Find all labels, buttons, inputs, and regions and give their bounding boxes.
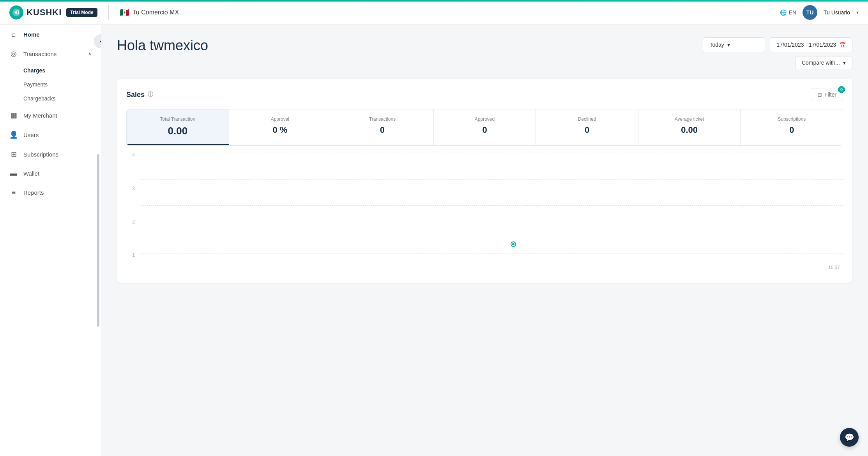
y-label-4: 4 bbox=[132, 153, 135, 158]
stat-approved-label: Approved bbox=[440, 116, 530, 122]
date-range-label: 17/01/2023 - 17/01/2023 bbox=[776, 42, 836, 48]
compare-label: Compare with... bbox=[802, 60, 840, 66]
stat-declined-value: 0 bbox=[542, 125, 632, 135]
sidebar-item-chargebacks[interactable]: Chargebacks bbox=[23, 92, 101, 106]
chart-gridline-3 bbox=[141, 179, 843, 180]
period-dropdown[interactable]: Today ▾ bbox=[703, 37, 765, 52]
trial-badge: Trial Mode bbox=[66, 8, 97, 17]
sales-header: Sales ⓘ ⊟ Filter 0 bbox=[126, 88, 843, 101]
stat-subscriptions-value: 0 bbox=[747, 125, 836, 135]
merchant-icon: ▦ bbox=[9, 111, 18, 120]
chart-gridline-2 bbox=[141, 205, 843, 206]
transactions-chevron-icon: ∧ bbox=[88, 51, 92, 56]
chart-time-label: 15:37 bbox=[828, 265, 840, 270]
stats-row: Total Transaction 0.00 Approval 0 % Tran… bbox=[126, 109, 843, 146]
stat-subscriptions-label: Subscriptions bbox=[747, 116, 836, 122]
wallet-icon: ▬ bbox=[9, 169, 18, 178]
stat-approved-value: 0 bbox=[440, 125, 530, 135]
commerce-info: 🇲🇽 Tu Comercio MX bbox=[120, 8, 179, 17]
header-controls: Today ▾ 17/01/2023 - 17/01/2023 📅 Compar… bbox=[703, 37, 852, 69]
commerce-name: Tu Comercio MX bbox=[133, 9, 179, 16]
chat-icon: 💬 bbox=[845, 433, 854, 442]
logo-text: KUSHKI bbox=[27, 7, 62, 18]
date-range-button[interactable]: 17/01/2023 - 17/01/2023 📅 bbox=[770, 37, 852, 52]
lang-label: EN bbox=[789, 9, 796, 16]
chart-data-dot bbox=[511, 242, 515, 246]
stat-transactions-label: Transactions bbox=[338, 116, 427, 122]
y-label-3: 3 bbox=[132, 186, 135, 191]
stat-total-transaction-label: Total Transaction bbox=[133, 116, 223, 122]
filter-label: Filter bbox=[824, 92, 836, 98]
y-label-2: 2 bbox=[132, 219, 135, 225]
period-label: Today bbox=[709, 42, 724, 48]
main-content: Hola twmexico Today ▾ 17/01/2023 - 17/01… bbox=[101, 25, 868, 456]
page-title: Hola twmexico bbox=[117, 37, 208, 54]
chart-gridline-4 bbox=[141, 153, 843, 153]
subscriptions-icon: ⊞ bbox=[9, 150, 18, 158]
topbar-divider bbox=[108, 5, 109, 20]
stat-average-ticket[interactable]: Average ticket 0.00 bbox=[638, 109, 741, 145]
stat-subscriptions[interactable]: Subscriptions 0 bbox=[741, 109, 843, 145]
chart-gridline-1 bbox=[141, 232, 843, 232]
user-chevron-icon[interactable]: ▾ bbox=[856, 10, 859, 15]
globe-icon: 🌐 bbox=[780, 9, 787, 16]
sidebar-item-payments[interactable]: Payments bbox=[23, 77, 101, 92]
user-name: Tu Usuario bbox=[824, 9, 850, 16]
reports-icon: ≡ bbox=[9, 188, 18, 197]
logo: KUSHKI bbox=[9, 5, 62, 19]
sidebar-scrollbar[interactable] bbox=[97, 154, 99, 327]
filter-button[interactable]: ⊟ Filter 0 bbox=[811, 88, 843, 101]
topbar: KUSHKI Trial Mode 🇲🇽 Tu Comercio MX 🌐 EN… bbox=[0, 0, 868, 25]
sidebar-item-transactions[interactable]: ◎ Transactions ∧ bbox=[0, 44, 101, 63]
progress-bar bbox=[0, 0, 868, 2]
stat-declined-label: Declined bbox=[542, 116, 632, 122]
sidebar-item-subscriptions[interactable]: ⊞ Subscriptions bbox=[0, 144, 101, 164]
transactions-icon: ◎ bbox=[9, 49, 18, 58]
stat-approval-label: Approval bbox=[235, 116, 325, 122]
language-button[interactable]: 🌐 EN bbox=[780, 9, 796, 16]
stat-total-transaction-value: 0.00 bbox=[133, 125, 223, 137]
sidebar-item-transactions-label: Transactions bbox=[23, 51, 57, 57]
sales-title: Sales ⓘ bbox=[126, 91, 153, 99]
compare-button[interactable]: Compare with... ▾ bbox=[795, 56, 852, 69]
logo-icon bbox=[9, 5, 23, 19]
stat-transactions-value: 0 bbox=[338, 125, 427, 135]
filter-badge: 0 bbox=[838, 86, 845, 93]
chart-area: 4 3 2 1 15:37 bbox=[126, 149, 843, 273]
chart-gridline-0 bbox=[141, 254, 843, 254]
stat-approval[interactable]: Approval 0 % bbox=[229, 109, 332, 145]
commerce-flag: 🇲🇽 bbox=[120, 8, 129, 17]
chevron-left-icon: ‹ bbox=[100, 38, 101, 45]
stat-transactions[interactable]: Transactions 0 bbox=[331, 109, 434, 145]
sidebar-item-home[interactable]: ⌂ Home bbox=[0, 25, 101, 44]
filter-icon: ⊟ bbox=[817, 92, 822, 98]
sidebar-item-charges[interactable]: Charges bbox=[23, 63, 101, 77]
sidebar-item-my-merchant[interactable]: ▦ My Merchant bbox=[0, 106, 101, 125]
sidebar-item-users[interactable]: 👤 Users bbox=[0, 125, 101, 144]
sidebar-item-wallet-label: Wallet bbox=[23, 170, 39, 177]
chat-widget[interactable]: 💬 bbox=[840, 428, 859, 447]
stat-approval-value: 0 % bbox=[235, 125, 325, 135]
stat-total-transaction[interactable]: Total Transaction 0.00 bbox=[127, 109, 229, 145]
sidebar-item-wallet[interactable]: ▬ Wallet bbox=[0, 164, 101, 183]
stat-approved[interactable]: Approved 0 bbox=[434, 109, 536, 145]
sidebar-item-home-label: Home bbox=[23, 31, 40, 38]
stat-average-ticket-label: Average ticket bbox=[645, 116, 734, 122]
stat-average-ticket-value: 0.00 bbox=[645, 125, 734, 135]
sidebar-item-reports-label: Reports bbox=[23, 189, 44, 196]
sales-card: Sales ⓘ ⊟ Filter 0 Total Transaction 0.0… bbox=[117, 79, 852, 283]
compare-chevron-icon: ▾ bbox=[843, 60, 846, 66]
period-chevron-icon: ▾ bbox=[727, 42, 730, 48]
calendar-icon: 📅 bbox=[839, 42, 846, 48]
page-header: Hola twmexico Today ▾ 17/01/2023 - 17/01… bbox=[117, 37, 852, 69]
chart-lines bbox=[141, 153, 843, 258]
sidebar-item-merchant-label: My Merchant bbox=[23, 112, 57, 119]
transactions-subnav: Charges Payments Chargebacks bbox=[0, 63, 101, 106]
users-icon: 👤 bbox=[9, 130, 18, 139]
user-avatar: TU bbox=[803, 5, 817, 20]
home-icon: ⌂ bbox=[9, 30, 18, 39]
sales-info-icon: ⓘ bbox=[148, 91, 153, 98]
stat-declined[interactable]: Declined 0 bbox=[536, 109, 638, 145]
y-label-1: 1 bbox=[132, 252, 135, 258]
sidebar-item-reports[interactable]: ≡ Reports bbox=[0, 183, 101, 202]
